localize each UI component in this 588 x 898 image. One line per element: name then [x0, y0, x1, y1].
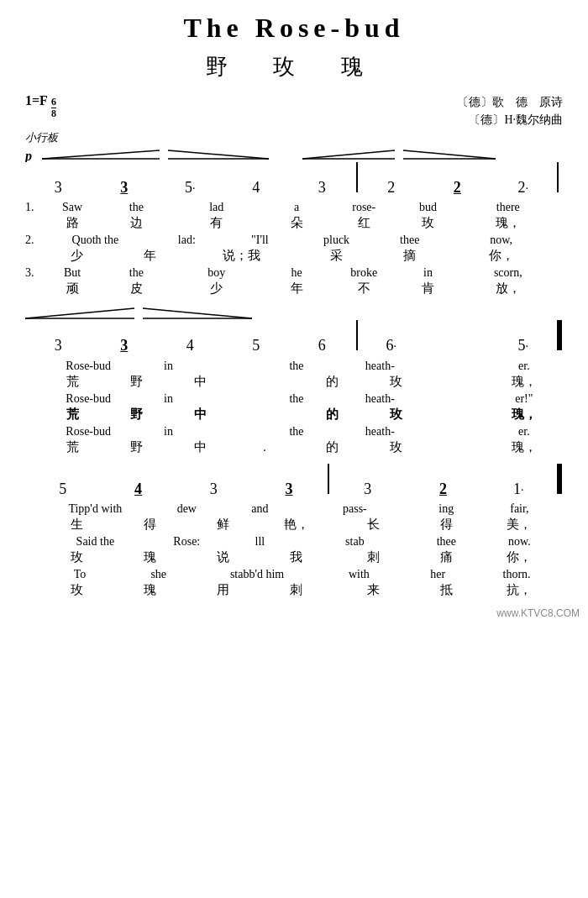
lyric-cell: thee [373, 234, 446, 247]
lyric-cell: in [136, 360, 200, 373]
lyric-cell: 刺 [337, 549, 410, 565]
tempo-mark: 小行板 [25, 130, 563, 145]
note-1-7: 2 [424, 178, 491, 197]
note-1-5: 3 [289, 178, 355, 197]
lyric-cell: 荒 [40, 374, 104, 390]
svg-line-3 [168, 150, 269, 159]
dynamics-row-1: p [25, 147, 563, 162]
lyric-cell: in [136, 425, 200, 438]
s2-lyrics-1-cn: 荒 野 中 的 玫 瑰， [25, 374, 563, 390]
lyric-cell: now, [446, 234, 556, 247]
lyric-cell: 抗， [483, 582, 556, 598]
lyric-cell: 中 [169, 374, 233, 390]
lyric-cell: 用 [186, 582, 260, 598]
lyric-cell: pluck [300, 234, 373, 247]
lyric-cell: 的 [300, 374, 364, 390]
lyrics-1-2-en: 2. Quoth the lad: "I'll pluck thee now, [25, 234, 563, 247]
lyric-cell: heath- [332, 392, 428, 406]
section2: 3 3 4 5 6 6· 5· Rose-bud in the heath- e… [25, 305, 563, 454]
lyric-cell: 的 [300, 439, 364, 455]
note-1-3: 5· [157, 178, 223, 197]
watermark: www.KTVC8.COM [496, 607, 580, 619]
s2-lyrics-2-en: Rose-bud in the heath- er!" [25, 392, 563, 406]
endbar-2 [556, 320, 563, 350]
lyric-cell: he [265, 266, 328, 280]
svg-line-1 [42, 150, 160, 159]
svg-line-13 [143, 308, 252, 318]
lyric-cell: and [223, 502, 297, 516]
lyric-cell: 年 [113, 248, 186, 264]
lyrics-1-1-cn: 路 边 有 朵 红 玫 瑰， [25, 215, 563, 231]
lyric-cell: the [265, 392, 328, 406]
lyric-cell: a [265, 201, 328, 214]
lyric-cell: 不 [332, 281, 396, 297]
lyric-cell: with [319, 568, 398, 581]
key-text: 1=F [25, 93, 48, 108]
note-1-1: 3 [25, 178, 92, 197]
s3-lyrics-3-en: To she stabb'd him with her thorn. [25, 568, 563, 581]
lyric-cell: 你， [483, 549, 556, 565]
lyric-cell: "I'll [223, 234, 297, 247]
hairpin-svg-1: p [25, 147, 563, 162]
lyric-cell: stabb'd him [198, 568, 317, 581]
note-2-8: 5· [491, 336, 557, 355]
note-2-2: 3 [92, 336, 158, 355]
lyric-cell: But [40, 266, 104, 280]
s3-lyrics-3-cn: 玫 瑰 用 刺 来 抵 抗， [25, 582, 563, 598]
section1: p 3 3 5· 4 3 2 2 [25, 147, 563, 297]
note-2-3: 4 [157, 336, 223, 355]
lyric-cell: 你， [446, 248, 556, 264]
lyric-cell: the [104, 266, 168, 280]
lyric-cell: 顽 [40, 281, 104, 297]
lyric-cell: 玫 [396, 215, 459, 231]
note-3-2: 4 [101, 480, 176, 499]
note-3-7: 1· [480, 480, 556, 499]
lyric-cell: 放， [460, 281, 556, 297]
note-3-3: 3 [176, 480, 251, 499]
lyric-cell: boy [169, 266, 265, 280]
lyrics-1-2-cn: 少 年 说；我 采 摘 你， [25, 248, 563, 264]
lyric-cell: heath- [332, 425, 428, 438]
lyric-cell: Rose-bud [40, 360, 136, 373]
lyric-cell: 瑰， [492, 407, 556, 423]
lyric-cell: . [233, 440, 297, 454]
page: The Rose-bud 野 玫 瑰 1=F 6 8 〔德〕歌 德 原诗 〔德〕… [0, 0, 588, 623]
lyric-cell: fair, [483, 502, 556, 516]
lyric-cell: the [265, 425, 328, 438]
verse-num-2: 2. [25, 234, 40, 247]
notes-row-1: 3 3 5· 4 3 2 2 2· [25, 162, 563, 197]
lyric-cell: there [460, 201, 556, 214]
lyric-cell: Said the [40, 535, 150, 549]
lyric-cell: 边 [104, 215, 168, 231]
lyric-cell: now. [483, 535, 556, 549]
lyrics-1-3-cn: 顽 皮 少 年 不 肯 放， [25, 281, 563, 297]
lyric-cell: thee [410, 535, 483, 549]
note-3-5: 3 [330, 480, 406, 499]
lyric-cell: heath- [332, 360, 428, 373]
note-1-6: 2 [359, 178, 425, 197]
lyric-cell: 玫 [40, 582, 113, 598]
section3: 5 4 3 3 3 2 1· Tipp'd with dew and pass-… [25, 464, 563, 598]
lyric-cell: 得 [410, 517, 483, 533]
lyric-cell: Rose-bud [40, 425, 136, 438]
s3-lyrics-1-cn: 生 得 鲜 艳， 长 得 美， [25, 517, 563, 533]
lyric-cell: 我 [260, 549, 333, 565]
s2-lyrics-1-en: Rose-bud in the heath- er. [25, 360, 563, 373]
dynamics-row-2 [25, 305, 563, 320]
lyric-cell: 瑰 [113, 549, 186, 565]
svg-line-5 [302, 150, 395, 159]
lyric-cell: her [398, 568, 477, 581]
lyric-cell: 玫 [364, 374, 428, 390]
lyric-cell: 玫 [364, 439, 428, 455]
verse-num-3: 3. [25, 266, 40, 280]
s2-lyrics-3-en: Rose-bud in the heath- er. [25, 425, 563, 438]
composer-line2: 〔德〕H·魏尔纳曲 [457, 111, 563, 129]
note-3-4: 3 [251, 480, 327, 499]
lyric-cell: 瑰， [460, 215, 556, 231]
lyric-cell: 刺 [260, 582, 333, 598]
lyric-cell: 荒 [40, 439, 104, 455]
lyric-cell: 说 [186, 549, 260, 565]
lyric-cell: 瑰 [113, 582, 186, 598]
lyric-cell: Rose-bud [40, 392, 136, 406]
lyric-cell: 长 [337, 517, 410, 533]
